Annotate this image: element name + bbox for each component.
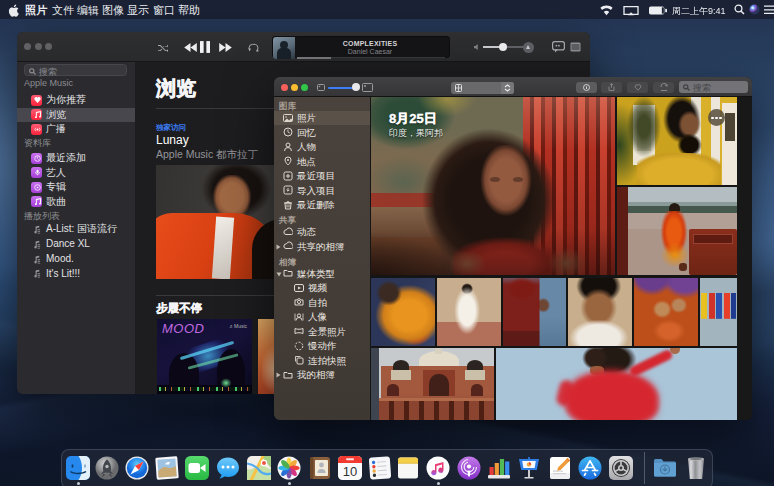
svg-text:10: 10 <box>343 464 357 479</box>
